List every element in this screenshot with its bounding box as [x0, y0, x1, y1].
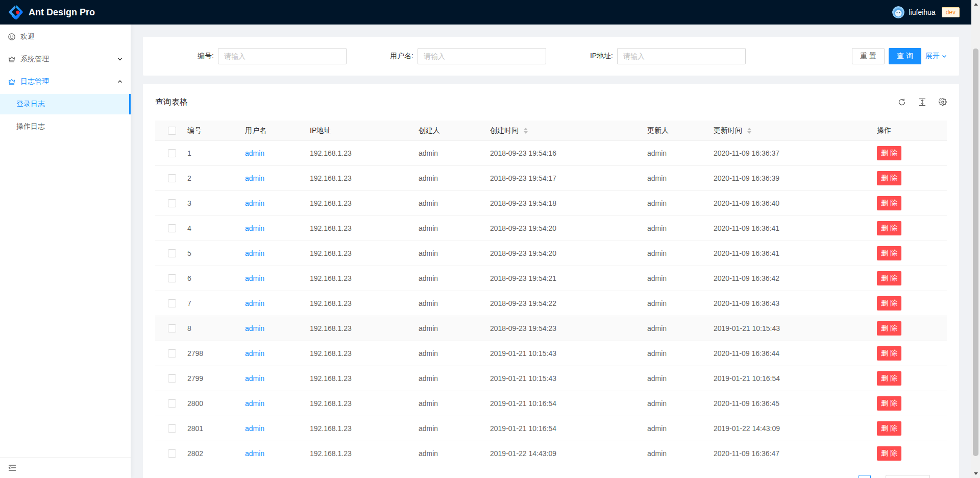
reset-button[interactable]: 重 置: [852, 48, 885, 64]
column-height-icon[interactable]: [918, 98, 926, 106]
cell-create-time: 2019-01-21 10:16:54: [482, 391, 639, 416]
cell-ip: 192.168.1.23: [302, 441, 410, 466]
main-content: 编号: 用户名: IP地址: 重 置 查 询 展开: [131, 25, 971, 478]
cell-create-time: 2019-01-21 10:15:43: [482, 341, 639, 366]
query-button[interactable]: 查 询: [889, 48, 921, 64]
username-link[interactable]: admin: [245, 274, 264, 282]
sidebar-item-label: 登录日志: [16, 100, 45, 109]
username-link[interactable]: admin: [245, 149, 264, 157]
gear-icon[interactable]: [939, 98, 947, 106]
cell-updater: admin: [639, 141, 705, 165]
row-checkbox[interactable]: [168, 449, 176, 458]
select-all-checkbox[interactable]: [168, 127, 176, 135]
username-link[interactable]: admin: [245, 174, 264, 182]
table-row: 3 admin 192.168.1.23 admin 2018-09-23 19…: [155, 191, 947, 216]
sidebar-menu: 欢迎 系统管理 日志管理: [0, 27, 131, 137]
sidebar: 欢迎 系统管理 日志管理: [0, 25, 131, 478]
sorter-icon[interactable]: [524, 128, 528, 134]
scroll-down-button[interactable]: [971, 469, 980, 478]
row-checkbox[interactable]: [168, 149, 176, 157]
row-checkbox[interactable]: [168, 249, 176, 257]
scroll-up-button[interactable]: [971, 0, 980, 9]
col-header-create-time[interactable]: 创建时间: [482, 121, 639, 140]
table-row: 2 admin 192.168.1.23 admin 2018-09-23 19…: [155, 166, 947, 191]
username-link[interactable]: admin: [245, 324, 264, 332]
row-checkbox[interactable]: [168, 174, 176, 182]
sidebar-item-login-log[interactable]: 登录日志: [0, 94, 131, 114]
row-checkbox[interactable]: [168, 349, 176, 357]
username-link[interactable]: admin: [245, 224, 264, 232]
cell-create-time: 2019-01-22 14:43:09: [482, 441, 639, 466]
username-link[interactable]: admin: [245, 299, 264, 307]
ip-field[interactable]: [617, 48, 746, 64]
col-header-update-time[interactable]: 更新时间: [705, 121, 869, 140]
cell-ip: 192.168.1.23: [302, 316, 410, 341]
cell-update-time: 2020-11-09 16:36:37: [705, 141, 869, 165]
delete-button[interactable]: 删 除: [877, 396, 901, 411]
page-size-select[interactable]: [886, 475, 930, 478]
row-checkbox[interactable]: [168, 224, 176, 232]
delete-button[interactable]: 删 除: [877, 146, 901, 160]
row-checkbox[interactable]: [168, 324, 176, 332]
col-header-ip: IP地址: [302, 121, 410, 140]
row-checkbox[interactable]: [168, 374, 176, 383]
menu-fold-icon[interactable]: [8, 464, 16, 472]
username-field[interactable]: [418, 48, 546, 64]
row-checkbox[interactable]: [168, 199, 176, 207]
table-title: 查询表格: [155, 97, 188, 108]
cell-update-time: 2020-11-09 16:36:42: [705, 266, 869, 291]
chevron-up-icon: [117, 79, 122, 84]
cell-creator: admin: [410, 316, 482, 341]
expand-link[interactable]: 展开: [925, 52, 947, 61]
sidebar-item-op-log[interactable]: 操作日志: [0, 116, 131, 137]
username-link[interactable]: admin: [245, 399, 264, 408]
sorter-icon[interactable]: [747, 128, 751, 134]
cell-ip: 192.168.1.23: [302, 216, 410, 241]
username-link[interactable]: admin: [245, 424, 264, 433]
env-tag: dev: [942, 7, 960, 17]
table-row: 1 admin 192.168.1.23 admin 2018-09-23 19…: [155, 141, 947, 166]
cell-updater: admin: [639, 416, 705, 441]
delete-button[interactable]: 删 除: [877, 296, 901, 310]
delete-button[interactable]: 删 除: [877, 446, 901, 461]
delete-button[interactable]: 删 除: [877, 221, 901, 235]
cell-id: 2799: [179, 366, 237, 391]
row-checkbox[interactable]: [168, 399, 176, 408]
sidebar-item-system[interactable]: 系统管理: [0, 49, 131, 69]
field-label: 用户名:: [355, 52, 413, 61]
cell-create-time: 2019-01-21 10:16:54: [482, 416, 639, 441]
delete-button[interactable]: 删 除: [877, 421, 901, 436]
delete-button[interactable]: 删 除: [877, 171, 901, 185]
username-link[interactable]: admin: [245, 449, 264, 458]
cell-id: 6: [179, 266, 237, 291]
avatar[interactable]: [892, 6, 904, 18]
delete-button[interactable]: 删 除: [877, 196, 901, 210]
pagination-page-1[interactable]: [859, 475, 871, 478]
user-name[interactable]: liufeihua: [909, 8, 935, 16]
row-checkbox[interactable]: [168, 274, 176, 282]
sidebar-item-welcome[interactable]: 欢迎: [0, 27, 131, 47]
username-link[interactable]: admin: [245, 249, 264, 257]
username-link[interactable]: admin: [245, 199, 264, 207]
delete-button[interactable]: 删 除: [877, 321, 901, 336]
delete-button[interactable]: 删 除: [877, 246, 901, 260]
cell-create-time: 2019-01-21 10:15:43: [482, 366, 639, 391]
sidebar-item-log[interactable]: 日志管理: [0, 71, 131, 92]
crown-icon: [8, 78, 15, 85]
username-link[interactable]: admin: [245, 374, 264, 383]
row-checkbox[interactable]: [168, 299, 176, 307]
scrollbar-thumb[interactable]: [973, 49, 978, 456]
field-label: IP地址:: [554, 52, 613, 61]
table-header: 编号 用户名 IP地址 创建人 创建时间 更新人 更新时间: [155, 121, 947, 141]
table-body: 1 admin 192.168.1.23 admin 2018-09-23 19…: [155, 141, 947, 466]
delete-button[interactable]: 删 除: [877, 271, 901, 285]
username-link[interactable]: admin: [245, 349, 264, 357]
id-field[interactable]: [218, 48, 347, 64]
reload-icon[interactable]: [898, 98, 906, 106]
cell-create-time: 2018-09-23 19:54:20: [482, 216, 639, 241]
delete-button[interactable]: 删 除: [877, 371, 901, 386]
delete-button[interactable]: 删 除: [877, 346, 901, 361]
cell-updater: admin: [639, 366, 705, 391]
col-header-username: 用户名: [237, 121, 302, 140]
row-checkbox[interactable]: [168, 424, 176, 433]
